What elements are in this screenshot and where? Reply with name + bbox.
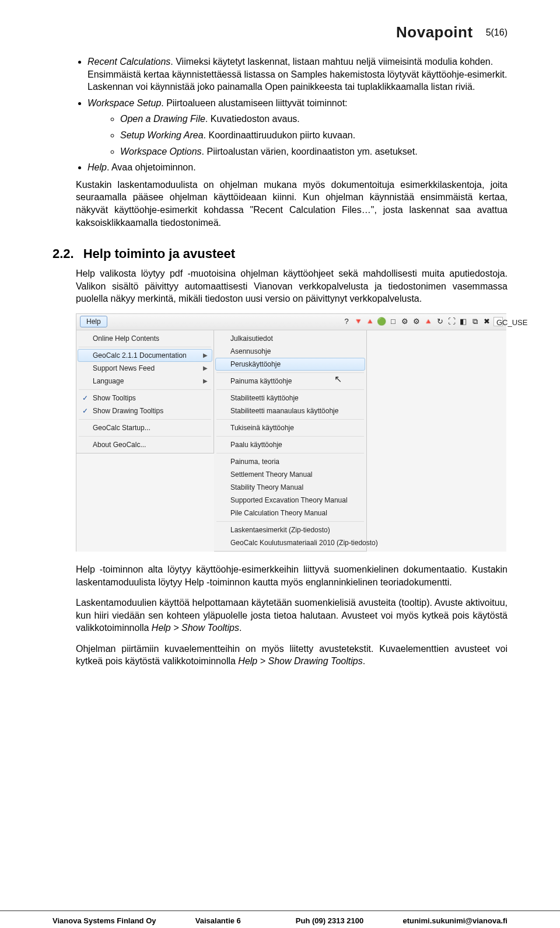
chevron-right-icon: ▶	[203, 378, 208, 384]
page-footer: Vianova Systems Finland Oy Vaisalantie 6…	[0, 910, 560, 928]
submenu-item-label: Pile Calculation Theory Manual	[230, 509, 327, 517]
submenu-item[interactable]: Stability Theory Manual	[215, 481, 365, 494]
menu-separator	[79, 436, 211, 437]
logo-text: Novapoint	[396, 23, 473, 41]
submenu-item-label: Tukiseinä käyttöohje	[230, 424, 294, 432]
bullet-rest: . Avaa ohjetoiminnon.	[107, 162, 196, 172]
menu-item[interactable]: GeoCalc Startup...	[78, 421, 212, 434]
submenu-item[interactable]: GeoCalc Koulutusmateriaali 2010 (Zip-tie…	[215, 536, 365, 549]
submenu-item[interactable]: Laskentaesimerkit (Zip-tiedosto)	[215, 524, 365, 536]
toolbar-icon[interactable]: 🟢	[377, 317, 386, 326]
list-item: Open a Drawing File. Kuvatiedoston avaus…	[120, 113, 508, 125]
list-item: Recent Calculations. Viimeksi käytetyt l…	[88, 55, 508, 93]
help-menu-button[interactable]: Help	[80, 316, 107, 327]
chevron-right-icon: ▶	[203, 352, 208, 358]
menu-separator	[216, 436, 364, 437]
submenu-item[interactable]: Peruskäyttöohje	[215, 358, 365, 371]
submenu-item[interactable]: Asennusohje	[215, 345, 365, 358]
toolbar-icon[interactable]: 🔺	[365, 317, 374, 326]
submenu-item[interactable]: Pile Calculation Theory Manual	[215, 507, 365, 519]
help-sub-menu: JulkaisutiedotAsennusohjePeruskäyttöohje…	[214, 330, 367, 552]
sub-rest: . Koordinaattiruudukon piirto kuvaan.	[204, 130, 356, 140]
submenu-item-label: Stabiliteetti maanaulaus käyttöohje	[230, 407, 338, 415]
page-header: Novapoint 5(16)	[52, 23, 508, 41]
chevron-right-icon: ▶	[203, 365, 208, 371]
submenu-item[interactable]: Painuma, teoria	[215, 455, 365, 468]
menu-separator	[216, 453, 364, 453]
brand-logo: Novapoint	[396, 23, 473, 41]
menu-item-label: Online Help Contents	[93, 334, 159, 343]
sub-lead: Setup Working Area	[120, 130, 204, 140]
submenu-item[interactable]: Painuma käyttöohje	[215, 375, 365, 388]
submenu-item-label: Painuma käyttöohje	[230, 377, 292, 385]
menu-item[interactable]: Show Tooltips	[78, 392, 212, 404]
menu-item-label: GeoCalc Startup...	[93, 424, 150, 432]
toolbar-icon[interactable]: ◧	[459, 317, 468, 326]
toolbar-close-icon[interactable]: ✖	[482, 317, 491, 326]
bullet-lead: Help	[88, 162, 107, 172]
list-item: Help. Avaa ohjetoiminnon.	[88, 161, 508, 174]
toolbar-icon[interactable]: □	[388, 317, 398, 326]
gc-use-label: GC_USE	[494, 317, 503, 326]
sub-lead: Open a Drawing File	[120, 114, 205, 124]
para-text: Laskentamoduulien käyttöä helpottamaan k…	[76, 598, 508, 633]
menu-path: Help > Show Drawing Tooltips	[238, 656, 362, 666]
menu-item-label: About GeoCalc...	[93, 441, 146, 449]
list-item: Workspace Setup. Piirtoalueen alustamise…	[88, 97, 508, 158]
menu-item[interactable]: Support News Feed▶	[78, 362, 212, 375]
paragraph: Help -toiminnon alta löytyy käyttöohje-e…	[76, 563, 508, 588]
submenu-item[interactable]: Julkaisutiedot	[215, 332, 365, 345]
toolbar-icon[interactable]: ⧉	[470, 317, 480, 326]
menu-separator	[216, 389, 364, 390]
page-count: 5(16)	[486, 27, 508, 38]
menu-separator	[216, 419, 364, 420]
menu-separator	[216, 372, 364, 373]
paragraph: Laskentamoduulien käyttöä helpottamaan k…	[76, 596, 508, 634]
menu-item-label: Show Drawing Tooltips	[93, 407, 163, 415]
help-main-menu: Online Help ContentsGeoCalc 2.1.1 Docume…	[76, 330, 214, 453]
toolbar-help-icon[interactable]: ?	[342, 317, 351, 326]
menu-item-label: Support News Feed	[93, 364, 155, 372]
section-title: Help toiminto ja avusteet	[83, 246, 235, 261]
submenu-item-label: Julkaisutiedot	[230, 334, 273, 343]
sub-lead: Workspace Options	[120, 146, 202, 156]
toolbar-icons: ? 🔻 🔺 🟢 □ ⚙ ⚙ 🔺 ↻ ⛶ ◧ ⧉ ✖ GC_USE	[342, 317, 506, 326]
submenu-item[interactable]: Stabiliteetti maanaulaus käyttöohje	[215, 404, 365, 417]
menu-item[interactable]: Show Drawing Tooltips	[78, 404, 212, 417]
section-number: 2.2.	[52, 246, 74, 261]
submenu-item-label: Peruskäyttöohje	[230, 360, 281, 368]
menu-item[interactable]: About GeoCalc...	[78, 438, 212, 451]
sub-rest: . Piirtoalustan värien, koordinaatiston …	[202, 146, 418, 156]
submenu-item-label: Stability Theory Manual	[230, 483, 303, 491]
menu-item[interactable]: Language▶	[78, 375, 212, 388]
submenu-item-label: Supported Excavation Theory Manual	[230, 496, 348, 504]
menu-item[interactable]: GeoCalc 2.1.1 Documentation▶	[78, 349, 212, 362]
toolbar-icon[interactable]: ⚙	[412, 317, 421, 326]
toolbar-icon[interactable]: 🔻	[354, 317, 363, 326]
footer-web: etunimi.sukunimi@vianova.fi www.vianovas…	[402, 916, 508, 928]
toolbar-icon[interactable]: 🔺	[424, 317, 433, 326]
submenu-item-label: Laskentaesimerkit (Zip-tiedosto)	[230, 526, 330, 534]
submenu-item-label: Paalu käyttöohje	[230, 441, 282, 449]
email: etunimi.sukunimi@vianova.fi	[402, 916, 508, 925]
toolbar-icon[interactable]: ⚙	[400, 317, 410, 326]
submenu-item[interactable]: Tukiseinä käyttöohje	[215, 421, 365, 434]
menu-item[interactable]: Online Help Contents	[78, 332, 212, 345]
submenu-item[interactable]: Paalu käyttöohje	[215, 438, 365, 451]
bullet-lead: Recent Calculations	[88, 57, 170, 67]
page-content: Novapoint 5(16) Recent Calculations. Vii…	[0, 0, 560, 893]
paragraph: Kustakin laskentamoduulista on ohjelman …	[76, 179, 508, 229]
section-heading: 2.2. Help toiminto ja avusteet	[52, 246, 508, 261]
footer-phone: Puh (09) 2313 2100 Fax (09) 2313 2250	[296, 916, 363, 928]
submenu-item[interactable]: Supported Excavation Theory Manual	[215, 494, 365, 507]
menu-path: Help > Show Tooltips	[152, 623, 239, 633]
submenu-item[interactable]: Settlement Theory Manual	[215, 468, 365, 481]
submenu-item[interactable]: Stabiliteetti käyttöohje	[215, 392, 365, 404]
submenu-item-label: Stabiliteetti käyttöohje	[230, 394, 299, 402]
bullet-lead: Workspace Setup	[88, 98, 161, 108]
bullet-list-1: Recent Calculations. Viimeksi käytetyt l…	[52, 55, 508, 174]
toolbar-icon[interactable]: ↻	[435, 317, 444, 326]
menu-item-label: Show Tooltips	[93, 394, 136, 402]
toolbar-icon[interactable]: ⛶	[447, 317, 456, 326]
help-menu-screenshot: Help ? 🔻 🔺 🟢 □ ⚙ ⚙ 🔺 ↻ ⛶ ◧ ⧉ ✖ GC_USE On…	[76, 313, 506, 552]
